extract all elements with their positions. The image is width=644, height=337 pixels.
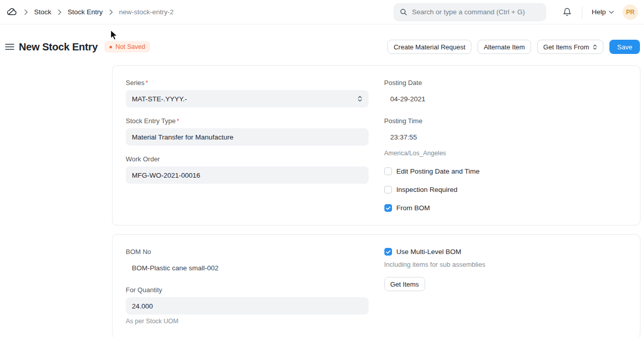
stock-entry-type-input[interactable]: Material Transfer for Manufacture (126, 128, 369, 146)
multi-level-bom-help: Including items for sub assemblies (384, 261, 627, 268)
mouse-pointer-icon (110, 30, 119, 41)
form-body: Series* MAT-STE-.YYYY.- Stock Entry Type… (112, 65, 640, 337)
create-material-request-button[interactable]: Create Material Request (387, 40, 471, 54)
from-bom-checkbox[interactable]: From BOM (384, 204, 627, 212)
check-icon (386, 206, 390, 210)
details-left-column: Series* MAT-STE-.YYYY.- Stock Entry Type… (126, 79, 369, 212)
for-quantity-input[interactable]: 24.000 (126, 297, 369, 315)
work-order-label: Work Order (126, 155, 369, 163)
alternate-item-button[interactable]: Alternate Item (478, 40, 531, 54)
get-items-from-button[interactable]: Get Items From (537, 40, 603, 54)
bom-no-value: BOM-Plastic cane small-002 (126, 259, 369, 276)
series-field: Series* MAT-STE-.YYYY.- (126, 79, 369, 107)
bom-left-column: BOM No BOM-Plastic cane small-002 For Qu… (126, 248, 369, 325)
page-header: New Stock Entry Not Saved Create Materia… (5, 40, 640, 54)
stock-entry-type-value: Material Transfer for Manufacture (132, 133, 234, 141)
breadcrumb-stock[interactable]: Stock (34, 8, 51, 16)
edit-posting-datetime-checkbox[interactable]: Edit Posting Date and Time (384, 167, 627, 175)
divider (582, 6, 582, 18)
select-arrows-icon (357, 95, 362, 102)
section-bom: BOM No BOM-Plastic cane small-002 For Qu… (112, 234, 640, 337)
series-select[interactable]: MAT-STE-.YYYY.- (126, 90, 369, 107)
series-value: MAT-STE-.YYYY.- (132, 95, 187, 103)
get-items-button[interactable]: Get Items (384, 277, 425, 291)
work-order-value: MFG-WO-2021-00016 (132, 172, 200, 179)
help-menu[interactable]: Help (592, 8, 614, 16)
chevron-right-icon (24, 9, 28, 15)
posting-time-value: 23:37:55 (384, 128, 627, 146)
checkbox-unchecked-icon (384, 167, 392, 175)
select-arrows-icon (593, 44, 597, 50)
page-title: New Stock Entry (19, 41, 98, 53)
breadcrumb-stock-entry[interactable]: Stock Entry (68, 8, 103, 16)
work-order-field: Work Order MFG-WO-2021-00016 (126, 155, 369, 184)
breadcrumb: Stock Stock Entry new-stock-entry-2 (6, 6, 174, 18)
status-badge: Not Saved (104, 41, 150, 52)
required-asterisk: * (146, 79, 148, 87)
stock-entry-type-label: Stock Entry Type* (126, 117, 369, 125)
checkbox-checked-icon (384, 248, 392, 256)
notifications-bell-icon[interactable] (563, 8, 572, 17)
for-quantity-field: For Quantity 24.000 As per Stock UOM (126, 286, 369, 325)
for-quantity-help: As per Stock UOM (126, 318, 369, 325)
checkbox-checked-icon (384, 204, 392, 212)
stock-entry-type-field: Stock Entry Type* Material Transfer for … (126, 117, 369, 146)
status-dot-icon (109, 46, 112, 48)
get-items-from-label: Get Items From (543, 43, 589, 51)
help-label: Help (592, 8, 606, 16)
sidebar-toggle-icon[interactable] (5, 44, 14, 50)
inspection-required-checkbox[interactable]: Inspection Required (384, 186, 627, 193)
search-placeholder: Search or type a command (Ctrl + G) (412, 8, 525, 16)
global-search-input[interactable]: Search or type a command (Ctrl + G) (394, 3, 546, 21)
work-order-input[interactable]: MFG-WO-2021-00016 (126, 166, 369, 184)
status-badge-label: Not Saved (116, 43, 145, 50)
for-quantity-value: 24.000 (132, 302, 153, 310)
series-label: Series* (126, 79, 369, 87)
navbar-actions: Search or type a command (Ctrl + G) Help… (394, 3, 638, 21)
section-details: Series* MAT-STE-.YYYY.- Stock Entry Type… (112, 65, 640, 226)
user-avatar[interactable]: PR (623, 5, 638, 20)
posting-time-label: Posting Time (384, 117, 627, 125)
chevron-down-icon (609, 11, 614, 14)
posting-date-field: Posting Date 04-29-2021 (384, 79, 627, 107)
details-right-column: Posting Date 04-29-2021 Posting Time 23:… (384, 79, 627, 212)
breadcrumb-current-doc: new-stock-entry-2 (119, 8, 174, 16)
app-logo-icon[interactable] (6, 6, 18, 18)
chevron-right-icon (109, 9, 113, 15)
navbar: Stock Stock Entry new-stock-entry-2 Sear… (0, 0, 644, 24)
check-icon (386, 250, 390, 254)
posting-time-field: Posting Time 23:37:55 (384, 117, 627, 146)
required-asterisk: * (177, 117, 179, 125)
posting-date-label: Posting Date (384, 79, 627, 87)
posting-date-value: 04-29-2021 (384, 90, 627, 107)
chevron-right-icon (58, 9, 62, 15)
for-quantity-label: For Quantity (126, 286, 369, 294)
use-multi-level-bom-checkbox[interactable]: Use Multi-Level BOM (384, 248, 627, 256)
bom-no-field: BOM No BOM-Plastic cane small-002 (126, 248, 369, 276)
bom-right-column: Use Multi-Level BOM Including items for … (384, 248, 627, 325)
save-button[interactable]: Save (609, 40, 640, 54)
checkbox-unchecked-icon (384, 186, 392, 193)
timezone-text: America/Los_Angeles (384, 150, 627, 157)
bom-no-label: BOM No (126, 248, 369, 256)
search-icon (400, 8, 407, 16)
